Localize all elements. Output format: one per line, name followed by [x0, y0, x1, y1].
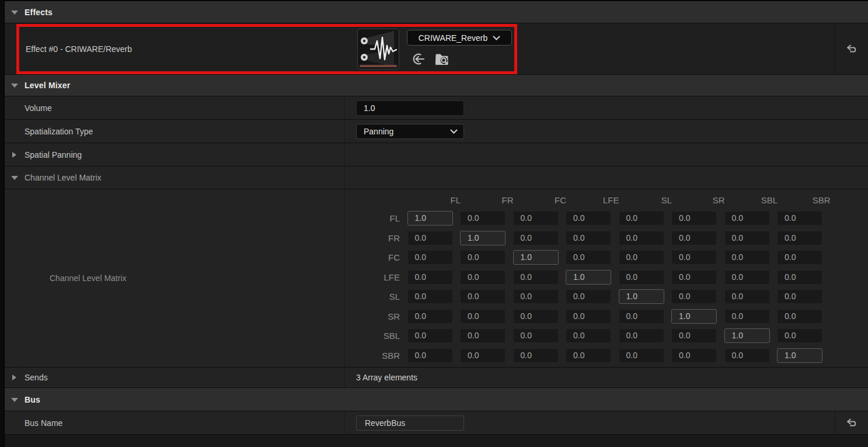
matrix-cell-LFE-FR[interactable]: 0.0 [460, 270, 506, 285]
matrix-cell-SBL-SR[interactable]: 0.0 [671, 328, 717, 343]
matrix-cell-FL-SL[interactable]: 0.0 [619, 211, 664, 226]
matrix-cell-SL-FL[interactable]: 0.0 [407, 289, 453, 304]
matrix-cell-FL-FC[interactable]: 0.0 [513, 211, 559, 226]
matrix-cell-FL-SBR[interactable]: 0.0 [777, 211, 822, 226]
matrix-cell-SL-LFE[interactable]: 0.0 [566, 289, 611, 304]
column-splitter[interactable] [344, 167, 345, 189]
expanded-arrow-icon[interactable] [11, 398, 18, 402]
matrix-cell-SBR-FR[interactable]: 0.0 [460, 348, 506, 363]
matrix-cell-FR-FL[interactable]: 0.0 [407, 231, 453, 245]
category-header-level-mixer[interactable]: Level Mixer [5, 75, 868, 96]
matrix-cell-SBR-SBR[interactable]: 1.0 [777, 348, 822, 363]
matrix-cell-FL-LFE[interactable]: 0.0 [566, 211, 611, 226]
matrix-cell-FC-FC[interactable]: 1.0 [513, 250, 559, 265]
matrix-cell-SBR-FL[interactable]: 0.0 [407, 348, 453, 363]
matrix-cell-SBR-SR[interactable]: 0.0 [671, 348, 717, 363]
effect-0-label: Effect #0 - CRIWARE/Reverb [26, 44, 132, 54]
matrix-cell-SR-SR[interactable]: 1.0 [671, 309, 717, 324]
audio-effect-thumbnail[interactable] [357, 29, 399, 70]
expanded-arrow-icon[interactable] [11, 176, 18, 180]
details-content: Effects Effect #0 - CRIWARE/Reverb CRIWA… [5, 0, 868, 447]
reset-to-default-icon[interactable] [846, 418, 857, 428]
matrix-cell-FL-FL[interactable]: 1.0 [407, 211, 453, 226]
matrix-cell-SBR-SL[interactable]: 0.0 [619, 348, 664, 363]
bus-name-input[interactable]: ReverbBus [356, 415, 464, 431]
expanded-arrow-icon[interactable] [11, 84, 18, 88]
use-selected-asset-icon[interactable] [411, 51, 426, 67]
matrix-cell-FR-SL[interactable]: 0.0 [619, 231, 664, 245]
matrix-cell-FR-FC[interactable]: 0.0 [513, 231, 559, 245]
matrix-cell-LFE-LFE[interactable]: 1.0 [566, 270, 611, 285]
spatial-panning-row[interactable]: Spatial Panning [5, 143, 868, 167]
volume-input[interactable]: 1.0 [356, 101, 464, 116]
matrix-cell-SBR-LFE[interactable]: 0.0 [566, 348, 611, 363]
matrix-cell-LFE-SBR[interactable]: 0.0 [777, 270, 822, 285]
category-header-effects[interactable]: Effects [5, 1, 868, 23]
reset-to-default-icon[interactable] [846, 44, 857, 54]
matrix-cell-LFE-SL[interactable]: 0.0 [619, 270, 664, 285]
column-splitter[interactable] [344, 96, 345, 119]
matrix-cell-FR-SBR[interactable]: 0.0 [777, 231, 822, 245]
channel-level-matrix-row[interactable]: Channel Level Matrix [5, 167, 868, 189]
spatialization-type-dropdown[interactable]: Panning [356, 124, 464, 139]
matrix-cell-SL-FC[interactable]: 0.0 [513, 289, 559, 304]
matrix-cell-FR-SR[interactable]: 0.0 [671, 231, 717, 245]
matrix-cell-SR-SBR[interactable]: 0.0 [777, 309, 822, 324]
matrix-cell-SL-SR[interactable]: 0.0 [671, 289, 717, 304]
collapsed-arrow-icon[interactable] [12, 375, 16, 380]
matrix-cell-SBL-SBL[interactable]: 1.0 [724, 328, 770, 343]
matrix-cell-SL-SL[interactable]: 1.0 [619, 289, 664, 304]
matrix-cell-SR-SL[interactable]: 0.0 [619, 309, 664, 324]
matrix-col-header: FL [415, 195, 461, 205]
matrix-cell-SBL-SL[interactable]: 0.0 [619, 328, 664, 343]
matrix-cell-SL-SBR[interactable]: 0.0 [777, 289, 822, 304]
matrix-cell-FL-SBL[interactable]: 0.0 [724, 211, 770, 226]
matrix-cell-SBL-FL[interactable]: 0.0 [407, 328, 453, 343]
channel-level-matrix-block: Channel Level Matrix FLFRFCLFESLSRSBLSBR… [5, 189, 868, 368]
matrix-cell-LFE-SR[interactable]: 0.0 [671, 270, 717, 285]
effect-0-row[interactable]: Effect #0 - CRIWARE/Reverb CRIWARE_Rever… [5, 23, 868, 75]
matrix-cell-SR-FC[interactable]: 0.0 [513, 309, 559, 324]
left-scrollbar-track[interactable] [0, 0, 5, 447]
matrix-cell-FC-LFE[interactable]: 0.0 [566, 250, 611, 265]
column-splitter[interactable] [344, 143, 345, 166]
matrix-cell-SBL-SBR[interactable]: 0.0 [777, 328, 822, 343]
matrix-cell-SR-FR[interactable]: 0.0 [460, 309, 506, 324]
matrix-header-row: FLFRFCLFESLSRSBLSBR [344, 193, 831, 207]
column-splitter[interactable] [344, 120, 345, 143]
matrix-cell-SL-FR[interactable]: 0.0 [460, 289, 506, 304]
matrix-cell-SR-SBL[interactable]: 0.0 [724, 309, 770, 324]
matrix-cell-FL-SR[interactable]: 0.0 [671, 211, 717, 226]
matrix-cell-FC-FR[interactable]: 0.0 [460, 250, 506, 265]
matrix-cell-SR-FL[interactable]: 0.0 [407, 309, 453, 324]
matrix-col-header: SR [679, 195, 725, 205]
matrix-cell-SBL-FC[interactable]: 0.0 [513, 328, 559, 343]
category-header-bus[interactable]: Bus [5, 388, 868, 411]
matrix-cell-FC-SR[interactable]: 0.0 [671, 250, 717, 265]
matrix-cell-FC-FL[interactable]: 0.0 [407, 250, 453, 265]
collapsed-arrow-icon[interactable] [12, 152, 16, 158]
matrix-cell-SBL-FR[interactable]: 0.0 [460, 328, 506, 343]
matrix-cell-SL-SBL[interactable]: 0.0 [724, 289, 770, 304]
browse-to-asset-icon[interactable] [434, 51, 449, 67]
matrix-cell-FC-SBL[interactable]: 0.0 [724, 250, 770, 265]
expanded-arrow-icon[interactable] [11, 11, 18, 15]
matrix-cell-FR-SBL[interactable]: 0.0 [724, 231, 770, 245]
matrix-cell-SBR-SBL[interactable]: 0.0 [724, 348, 770, 363]
matrix-cell-SR-LFE[interactable]: 0.0 [566, 309, 611, 324]
effect-asset-dropdown[interactable]: CRIWARE_Reverb [407, 30, 512, 46]
matrix-cell-LFE-FL[interactable]: 0.0 [407, 270, 453, 285]
matrix-cell-FC-SBR[interactable]: 0.0 [777, 250, 822, 265]
matrix-cell-FR-FR[interactable]: 1.0 [460, 231, 506, 245]
column-splitter[interactable] [344, 368, 345, 387]
matrix-cell-SBR-FC[interactable]: 0.0 [513, 348, 559, 363]
matrix-col-header: LFE [574, 195, 619, 205]
matrix-cell-FC-SL[interactable]: 0.0 [619, 250, 664, 265]
sends-row[interactable]: Sends 3 Array elements [5, 368, 868, 388]
matrix-cell-LFE-SBL[interactable]: 0.0 [724, 270, 770, 285]
matrix-cell-FR-LFE[interactable]: 0.0 [566, 231, 611, 245]
column-splitter[interactable] [344, 411, 345, 434]
matrix-cell-SBL-LFE[interactable]: 0.0 [566, 328, 611, 343]
matrix-cell-LFE-FC[interactable]: 0.0 [513, 270, 559, 285]
matrix-cell-FL-FR[interactable]: 0.0 [460, 211, 506, 226]
